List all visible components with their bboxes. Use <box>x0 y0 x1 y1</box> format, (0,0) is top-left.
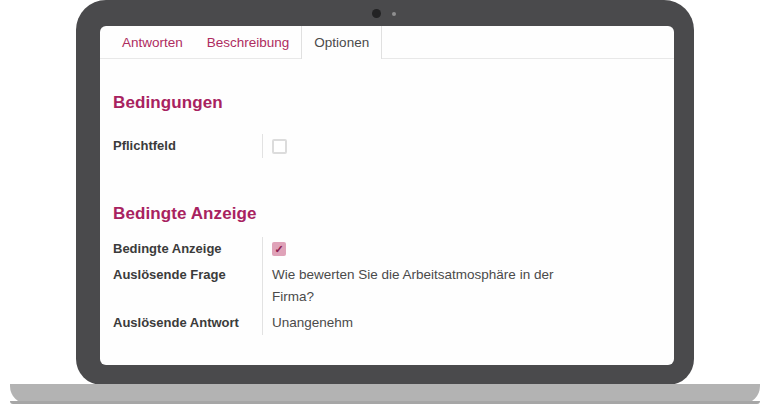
mandatory-checkbox[interactable] <box>272 139 287 154</box>
field-label-ausloesende-antwort: Auslösende Antwort <box>113 310 262 336</box>
camera-indicator-dot <box>392 12 396 16</box>
section-title-conditional-display: Bedingte Anzeige <box>113 204 661 224</box>
field-value-bedingte-anzeige: ✓ <box>262 236 577 262</box>
checkmark-icon: ✓ <box>274 242 283 256</box>
tab-beschreibung[interactable]: Beschreibung <box>195 26 302 58</box>
section-title-conditions: Bedingungen <box>113 93 661 113</box>
field-label-ausloesende-frage: Auslösende Frage <box>113 262 262 310</box>
tab-optionen[interactable]: Optionen <box>301 26 382 59</box>
webcam-icon <box>372 9 381 18</box>
tab-antworten[interactable]: Antworten <box>110 26 195 58</box>
tab-panel-options: Bedingungen Pflichtfeld Bedingte Anzeige… <box>100 93 674 336</box>
conditional-display-field-group: Bedingte Anzeige ✓ Auslösende Frage Wie … <box>113 236 661 336</box>
field-value-triggering-answer[interactable]: Unangenehm <box>262 310 577 336</box>
tab-bar: Antworten Beschreibung Optionen <box>100 26 674 59</box>
laptop-screen: Antworten Beschreibung Optionen Bedingun… <box>100 26 674 365</box>
field-value-pflichtfeld <box>262 133 577 159</box>
field-label-bedingte-anzeige: Bedingte Anzeige <box>113 236 262 262</box>
conditions-field-group: Pflichtfeld <box>113 133 661 159</box>
field-label-pflichtfeld: Pflichtfeld <box>113 133 262 159</box>
conditional-display-checkbox[interactable]: ✓ <box>272 242 286 256</box>
page: Antworten Beschreibung Optionen Bedingun… <box>0 0 770 404</box>
laptop-base <box>10 384 760 404</box>
field-value-triggering-question[interactable]: Wie bewerten Sie die Arbeitsatmosphäre i… <box>262 262 577 310</box>
